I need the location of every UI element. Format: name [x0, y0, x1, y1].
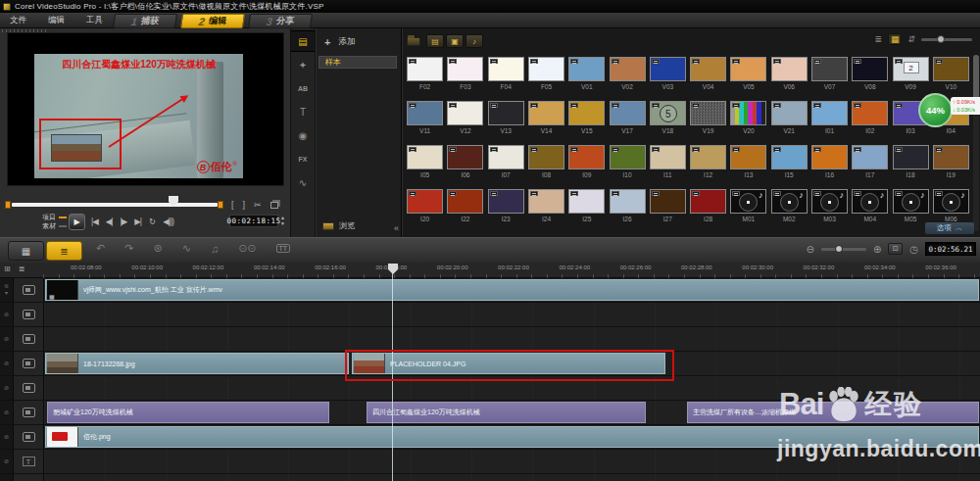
- track-all-icon[interactable]: ≋: [4, 283, 9, 290]
- timeline-clip[interactable]: 主营洗煤厂所有设备…浓缩机原煤: [687, 402, 979, 423]
- library-thumb[interactable]: I13: [728, 143, 768, 187]
- library-thumb[interactable]: ♪M01: [728, 187, 768, 231]
- track-lock-icon[interactable]: ⊘: [4, 458, 9, 465]
- library-thumb[interactable]: I06: [445, 143, 485, 187]
- track-content[interactable]: 佰伦.png: [43, 425, 980, 449]
- library-thumb[interactable]: I09: [566, 143, 607, 187]
- track-header[interactable]: [13, 352, 43, 375]
- browse-button[interactable]: 浏览: [322, 220, 355, 231]
- library-thumb[interactable]: I08: [526, 143, 566, 187]
- volume-button[interactable]: ◀))): [163, 216, 173, 226]
- next-frame-button[interactable]: |▶: [121, 216, 127, 226]
- track-lock-cell[interactable]: ⊘: [0, 425, 13, 449]
- library-thumb[interactable]: F04: [486, 55, 526, 99]
- options-bar[interactable]: 选项 ︿: [925, 222, 974, 234]
- timeline-clip[interactable]: 佰伦.png: [45, 426, 979, 448]
- step-tab-捕获[interactable]: 1捕获: [113, 14, 177, 28]
- library-thumb[interactable]: I01: [809, 99, 850, 143]
- track-lock-icon[interactable]: ⊘: [4, 361, 9, 367]
- sound-mixer-icon[interactable]: ∿: [182, 242, 191, 255]
- filter-video-button[interactable]: ▤: [426, 34, 444, 48]
- menu-item[interactable]: 编辑: [44, 14, 69, 27]
- track-lock-cell[interactable]: ⊘: [0, 401, 13, 424]
- track-lock-icon[interactable]: ⊘: [4, 336, 9, 343]
- track-content[interactable]: 肥城矿业120万吨洗煤机械四川合江蜀鑫煤业120万吨洗煤机械主营洗煤厂所有设备……: [43, 401, 980, 424]
- timecode-spinner[interactable]: ▲ ▼: [280, 215, 285, 226]
- trim-handle-end[interactable]: [218, 201, 223, 209]
- library-thumb[interactable]: V12: [445, 99, 485, 143]
- subtitle-icon[interactable]: TT: [276, 244, 291, 253]
- zoom-slider-knob[interactable]: [835, 245, 843, 253]
- list-view-icon[interactable]: ≣: [874, 34, 882, 44]
- mark-in-button[interactable]: [: [231, 200, 234, 210]
- timeline-clip[interactable]: vj师网_www.vjshi.com_航拍 工业 宣传片.wmv: [45, 279, 979, 301]
- library-thumb[interactable]: I16: [809, 143, 850, 187]
- track-lock-cell[interactable]: ⊘: [0, 352, 13, 375]
- track-header[interactable]: [13, 303, 43, 326]
- step-tab-分享[interactable]: 3分享: [248, 14, 313, 28]
- track-lock-cell[interactable]: ⊘: [0, 450, 13, 473]
- zoom-out-icon[interactable]: ⊖: [806, 244, 813, 255]
- track-header[interactable]: T: [13, 450, 43, 473]
- library-thumb[interactable]: I25: [566, 187, 607, 231]
- split-clip-icon[interactable]: ✂: [254, 200, 262, 210]
- step-tab-编辑[interactable]: 2编辑: [180, 14, 245, 28]
- gallery-item-sample[interactable]: 样本: [318, 56, 397, 69]
- library-thumb[interactable]: V13: [486, 99, 526, 143]
- clock-icon[interactable]: ◷: [909, 244, 918, 255]
- track-lock-cell[interactable]: ≋▾: [0, 278, 13, 302]
- preview-timecode[interactable]: 00:02:18:15: [229, 215, 278, 227]
- library-thumb[interactable]: V08: [850, 55, 890, 99]
- library-thumb[interactable]: F02: [405, 55, 445, 99]
- menu-item[interactable]: 文件: [6, 14, 30, 27]
- spin-down-icon[interactable]: ▼: [280, 220, 285, 226]
- track-list-icon[interactable]: ≣: [19, 265, 25, 273]
- timeline-ruler[interactable]: 00:02:08:0000:02:10:0000:02:12:0000:02:1…: [43, 263, 980, 278]
- library-thumb[interactable]: F03: [445, 55, 485, 99]
- slider-knob[interactable]: [937, 35, 945, 43]
- add-icon[interactable]: +: [324, 36, 330, 48]
- grid-view-icon[interactable]: ▦: [888, 33, 903, 45]
- track-lock-cell[interactable]: ⊘: [0, 303, 13, 326]
- library-thumb[interactable]: I28: [688, 187, 728, 231]
- track-header[interactable]: [13, 376, 43, 400]
- library-thumb[interactable]: V19: [688, 99, 728, 143]
- library-thumb[interactable]: V15: [566, 99, 607, 143]
- home-button[interactable]: |◀: [91, 216, 98, 226]
- library-thumb[interactable]: I07: [486, 143, 526, 187]
- track-header[interactable]: [13, 425, 43, 449]
- library-thumb[interactable]: I10: [607, 143, 647, 187]
- path-icon[interactable]: ∿: [291, 171, 315, 193]
- library-thumb[interactable]: ♪M02: [769, 187, 809, 231]
- track-content[interactable]: [43, 450, 980, 473]
- library-thumb[interactable]: V20: [728, 99, 768, 143]
- repeat-button[interactable]: ↻: [149, 216, 155, 226]
- track-lock-icon[interactable]: ⊘: [4, 312, 9, 318]
- track-header[interactable]: T: [13, 474, 43, 481]
- library-thumb[interactable]: 2V09: [890, 55, 930, 99]
- add-folder-row[interactable]: + 添加: [324, 36, 355, 48]
- redo-icon[interactable]: ↷: [124, 242, 133, 255]
- library-thumb[interactable]: V07: [809, 55, 850, 99]
- filter-photo-button[interactable]: ▣: [446, 34, 464, 48]
- mark-out-button[interactable]: ]: [243, 200, 246, 210]
- track-drop-icon[interactable]: ▾: [5, 290, 8, 297]
- timeline-zoom-slider[interactable]: [821, 248, 866, 251]
- track-content[interactable]: vj师网_www.vjshi.com_航拍 工业 宣传片.wmv: [43, 278, 980, 302]
- mode-switch[interactable]: 项目 素材: [42, 213, 67, 230]
- library-thumb[interactable]: I18: [890, 143, 930, 187]
- library-thumb[interactable]: ♪M04: [850, 187, 890, 231]
- timeline-clip[interactable]: 肥城矿业120万吨洗煤机械: [47, 402, 329, 423]
- network-speed-badge[interactable]: 44%: [918, 93, 953, 127]
- library-thumb[interactable]: I20: [405, 187, 445, 231]
- fit-timeline-button[interactable]: ⊡: [888, 243, 903, 255]
- library-thumb[interactable]: I05: [405, 143, 445, 187]
- track-lock-icon[interactable]: ⊘: [4, 385, 9, 392]
- library-thumb[interactable]: I27: [648, 187, 688, 231]
- thumbnail-size-slider[interactable]: [921, 38, 972, 41]
- library-thumb[interactable]: 5V18: [648, 99, 688, 143]
- end-button[interactable]: ▶|: [134, 216, 141, 226]
- track-lock-cell[interactable]: ⊘: [0, 376, 13, 400]
- library-thumb[interactable]: I15: [769, 143, 809, 187]
- transition-icon[interactable]: ✦: [291, 54, 315, 75]
